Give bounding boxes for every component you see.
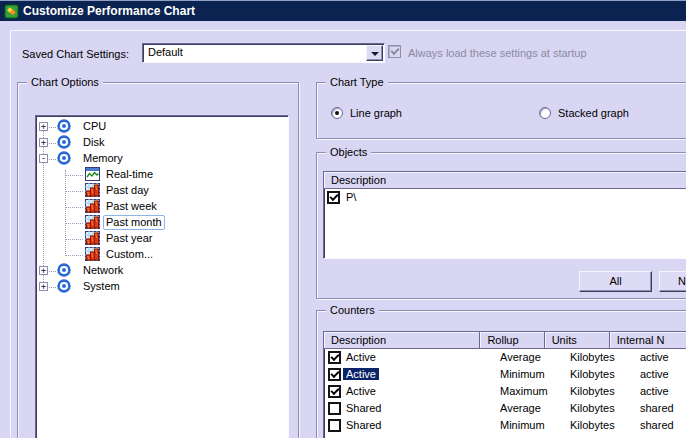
counter-row[interactable]: ActiveMinimumKilobytesactive — [324, 366, 686, 383]
column-header-description[interactable]: Description — [324, 332, 480, 349]
expand-toggle-icon[interactable]: + — [39, 266, 48, 275]
tree-connector — [66, 255, 83, 256]
counters-table[interactable]: Description Rollup Units Internal N Acti… — [323, 331, 686, 438]
objects-group: Objects Description P\ All N — [316, 152, 686, 299]
saved-chart-settings-label: Saved Chart Settings: — [22, 48, 129, 60]
bar-chart-icon — [85, 215, 100, 229]
tree-item-past-week[interactable]: Past week — [36, 199, 288, 215]
tree-connector — [49, 143, 56, 144]
bar-chart-icon — [85, 231, 100, 245]
objects-list[interactable]: Description P\ — [323, 171, 686, 259]
expand-toggle-icon[interactable]: + — [39, 138, 48, 147]
counter-internal-name: active — [640, 351, 669, 363]
tree-item-label: Real-time — [103, 167, 156, 182]
counters-table-body: ActiveAverageKilobytesactiveActiveMinimu… — [324, 349, 686, 434]
counter-description: Active — [346, 385, 376, 397]
counter-internal-name: active — [640, 385, 669, 397]
column-header-internal-name[interactable]: Internal N — [610, 332, 686, 349]
tree-item-label: Memory — [80, 151, 126, 166]
counter-description: Active — [346, 351, 376, 363]
tree-connector — [66, 223, 83, 224]
counter-description: Shared — [346, 419, 381, 431]
tree-item-past-day[interactable]: Past day — [36, 183, 288, 199]
stacked-graph-label: Stacked graph — [558, 107, 629, 119]
tree-connector — [66, 191, 83, 192]
target-icon — [57, 279, 71, 293]
none-button-partial[interactable]: N — [659, 271, 686, 292]
counter-rollup: Average — [500, 402, 541, 414]
object-label: P\ — [346, 191, 356, 203]
tree-connector — [49, 271, 56, 272]
line-graph-radio[interactable] — [331, 107, 343, 119]
counter-checkbox[interactable] — [328, 351, 341, 364]
startup-checkbox-label: Always load these settings at startup — [408, 47, 587, 59]
app-icon — [4, 4, 19, 19]
counter-units: Kilobytes — [570, 368, 615, 380]
stacked-graph-radio[interactable] — [539, 107, 551, 119]
saved-chart-settings-combobox[interactable]: Default — [142, 43, 385, 63]
tree-item-label: System — [80, 279, 123, 294]
combobox-dropdown-arrow-icon[interactable] — [366, 45, 383, 61]
target-icon — [57, 135, 71, 149]
bar-chart-icon — [85, 247, 100, 261]
chart-options-tree[interactable]: +CPU+Disk-MemoryReal-timePast dayPast we… — [35, 115, 289, 438]
objects-list-item[interactable]: P\ — [324, 189, 686, 206]
counter-units: Kilobytes — [570, 402, 615, 414]
tree-item-custom[interactable]: Custom... — [36, 247, 288, 263]
counter-internal-name: active — [640, 368, 669, 380]
tree-item-network[interactable]: +Network — [36, 263, 288, 279]
column-header-rollup[interactable]: Rollup — [480, 332, 544, 349]
window-title: Customize Performance Chart — [23, 4, 195, 18]
tree-connector — [66, 207, 83, 208]
counter-checkbox[interactable] — [328, 385, 341, 398]
expand-toggle-icon[interactable]: + — [39, 282, 48, 291]
target-icon — [57, 119, 71, 133]
startup-checkbox[interactable] — [388, 45, 401, 58]
tree-item-label: Disk — [80, 135, 107, 150]
bar-chart-icon — [85, 199, 100, 213]
counter-checkbox[interactable] — [328, 419, 341, 432]
tree-item-label: Network — [80, 263, 126, 278]
object-checkbox[interactable] — [327, 191, 340, 204]
counter-row[interactable]: SharedMinimumKilobytesshared — [324, 417, 686, 434]
tree-connector — [49, 159, 56, 160]
tree-item-disk[interactable]: +Disk — [36, 135, 288, 151]
tree-item-cpu[interactable]: +CPU — [36, 119, 288, 135]
line-chart-icon — [85, 167, 100, 181]
objects-column-header[interactable]: Description — [324, 172, 686, 189]
column-header-units[interactable]: Units — [545, 332, 610, 349]
tree-connector — [49, 287, 56, 288]
counter-rollup: Minimum — [500, 368, 545, 380]
tree-item-label: Past week — [103, 199, 160, 214]
objects-list-body: P\ — [324, 189, 686, 206]
target-icon — [57, 151, 71, 165]
chart-options-group-label: Chart Options — [27, 76, 103, 88]
counter-row[interactable]: ActiveAverageKilobytesactive — [324, 349, 686, 366]
counter-row[interactable]: ActiveMaximumKilobytesactive — [324, 383, 686, 400]
bar-chart-icon — [85, 183, 100, 197]
counter-checkbox[interactable] — [328, 402, 341, 415]
objects-column-header-label: Description — [331, 174, 386, 186]
title-bar[interactable]: Customize Performance Chart — [0, 0, 686, 21]
counter-description: Shared — [346, 402, 381, 414]
counter-checkbox[interactable] — [328, 368, 341, 381]
counter-row[interactable]: SharedAverageKilobytesshared — [324, 400, 686, 417]
expand-toggle-icon[interactable]: + — [39, 122, 48, 131]
chart-type-group-label: Chart Type — [326, 76, 388, 88]
counters-table-header: Description Rollup Units Internal N — [324, 332, 686, 349]
combobox-value: Default — [148, 46, 183, 58]
counter-units: Kilobytes — [570, 351, 615, 363]
tree-item-label: CPU — [80, 119, 109, 134]
customize-performance-chart-dialog: { "window": { "title": "Customize Perfor… — [0, 0, 686, 438]
expand-toggle-icon[interactable]: - — [39, 154, 48, 163]
tree-item-memory[interactable]: -Memory — [36, 151, 288, 167]
all-button[interactable]: All — [579, 271, 652, 292]
counter-internal-name: shared — [640, 402, 674, 414]
tree-item-past-year[interactable]: Past year — [36, 231, 288, 247]
tree-item-past-month[interactable]: Past month — [36, 215, 288, 231]
tree-connector — [66, 239, 83, 240]
tree-item-real-time[interactable]: Real-time — [36, 167, 288, 183]
tree-item-system[interactable]: +System — [36, 279, 288, 295]
counters-group: Counters Description Rollup Units Intern… — [316, 310, 686, 438]
counter-units: Kilobytes — [570, 419, 615, 431]
